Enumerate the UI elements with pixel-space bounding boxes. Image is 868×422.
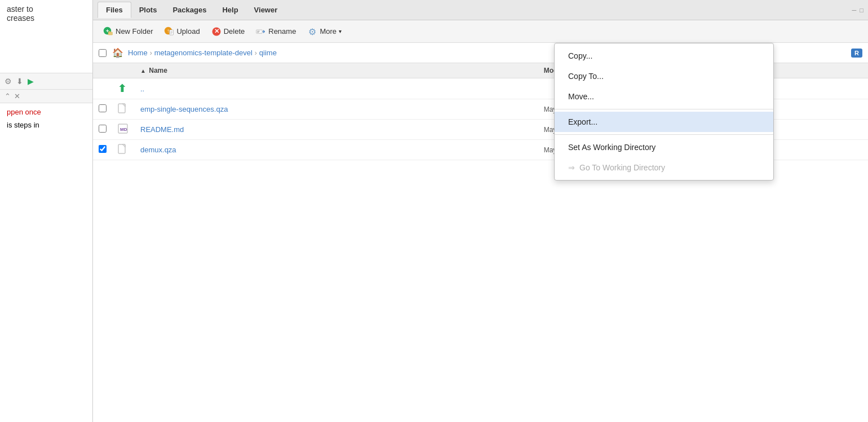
file-checkbox[interactable] (99, 145, 107, 153)
svg-rect-11 (256, 30, 263, 33)
new-folder-label: New Folder (116, 27, 153, 36)
row-checkbox-cell[interactable] (93, 140, 112, 160)
row-icon-cell: MD (112, 120, 135, 140)
row-name-cell[interactable]: README.md (135, 120, 538, 140)
chevron-down-icon: ▾ (339, 28, 342, 34)
md-file-icon: MD (118, 124, 129, 134)
menu-item-move[interactable]: Move... (555, 86, 773, 107)
more-label: More (320, 27, 336, 36)
left-bottom-toolbar: ⌃ ✕ (0, 90, 92, 103)
tab-packages[interactable]: Packages (165, 2, 214, 17)
r-badge: R (851, 49, 862, 58)
breadcrumb-home-link[interactable]: Home (128, 49, 148, 57)
main-panel: Files Plots Packages Help Viewer ─ □ + N… (93, 0, 868, 422)
menu-item-export[interactable]: Export... (555, 112, 773, 132)
arrow-icon: ⇒ (568, 163, 575, 172)
tab-right-icons: ─ □ (852, 7, 863, 14)
left-toolbar: ⚙ ⬇ ▶ (0, 73, 92, 90)
gear-icon[interactable]: ⚙ (5, 77, 12, 86)
row-name-cell[interactable]: emp-single-sequences.qza (135, 99, 538, 120)
tab-bar: Files Plots Packages Help Viewer ─ □ (93, 0, 868, 20)
svg-rect-2 (108, 32, 113, 34)
breadcrumb-path2-link[interactable]: qiime (259, 49, 277, 57)
col-checkbox-header (93, 63, 112, 78)
menu-item-copy[interactable]: Copy... (555, 46, 773, 66)
left-text-1: aster to (7, 5, 86, 14)
home-icon: 🏠 (112, 47, 123, 58)
svg-text:MD: MD (120, 127, 127, 132)
down-arrow-icon[interactable]: ⬇ (16, 77, 23, 86)
delete-button[interactable]: ✕ Delete (207, 24, 250, 39)
tab-help[interactable]: Help (214, 2, 246, 17)
new-folder-button[interactable]: + New Folder (99, 24, 157, 39)
more-button[interactable]: ⚙ More ▾ (303, 24, 346, 39)
row-checkbox-cell (93, 78, 112, 99)
file-checkbox[interactable] (99, 104, 107, 112)
tab-viewer[interactable]: Viewer (246, 2, 286, 17)
delete-icon: ✕ (211, 27, 222, 37)
toolbar: + New Folder ↑ Upload ✕ Delete (93, 20, 868, 43)
row-name-cell[interactable]: demux.qza (135, 140, 538, 160)
rename-button[interactable]: Rename (251, 24, 300, 39)
left-text-3: is steps in (7, 121, 86, 129)
row-icon-cell: ⬆ (112, 78, 135, 99)
more-dropdown-menu: Copy... Copy To... Move... Export... Set… (554, 43, 774, 181)
upload-icon: ↑ (164, 27, 174, 37)
upload-label: Upload (176, 27, 200, 36)
dropdown-divider-2 (555, 134, 773, 135)
svg-text:↑: ↑ (167, 27, 170, 33)
parent-dir-icon: ⬆ (118, 83, 126, 94)
sort-arrow-icon: ▲ (140, 68, 146, 74)
left-top-text: aster to creases (0, 0, 92, 73)
file-icon (118, 103, 127, 113)
left-bottom-text: ppen once is steps in (0, 103, 92, 412)
upload-button[interactable]: ↑ Upload (160, 24, 204, 39)
row-icon-cell (112, 140, 135, 160)
delete-label: Delete (224, 27, 245, 36)
file-checkbox[interactable] (99, 125, 107, 133)
file-name-link[interactable]: .. (140, 85, 144, 93)
select-all-checkbox[interactable] (99, 49, 107, 57)
gear-more-icon: ⚙ (307, 27, 317, 37)
new-folder-icon: + (103, 27, 113, 37)
menu-item-set-working-dir[interactable]: Set As Working Directory (555, 137, 773, 157)
tab-plots[interactable]: Plots (131, 2, 165, 17)
breadcrumb-sep-2: › (255, 49, 257, 57)
row-checkbox-cell[interactable] (93, 99, 112, 120)
play-icon[interactable]: ▶ (28, 77, 34, 86)
minimize-icon[interactable]: ─ (852, 7, 857, 14)
col-icon-header (112, 63, 135, 78)
close-icon[interactable]: ✕ (14, 92, 20, 100)
file-icon (118, 144, 127, 154)
tab-files[interactable]: Files (98, 2, 131, 18)
file-name-link[interactable]: README.md (140, 125, 184, 134)
breadcrumb-sep-1: › (150, 49, 152, 57)
row-name-cell[interactable]: .. (135, 78, 538, 99)
left-panel: aster to creases ⚙ ⬇ ▶ ⌃ ✕ ppen once is … (0, 0, 93, 422)
menu-item-go-working-dir[interactable]: ⇒ Go To Working Directory (555, 157, 773, 178)
rename-label: Rename (268, 27, 296, 36)
left-red-text-1: ppen once (7, 108, 86, 116)
maximize-icon[interactable]: □ (860, 7, 863, 14)
go-working-dir-label: Go To Working Directory (579, 163, 665, 172)
file-name-link[interactable]: demux.qza (140, 146, 176, 154)
breadcrumb-path1-link[interactable]: metagenomics-template-devel (154, 49, 253, 57)
rename-icon (256, 27, 266, 37)
col-name-header[interactable]: ▲ Name (135, 63, 538, 78)
file-name-link[interactable]: emp-single-sequences.qza (140, 105, 228, 113)
left-text-2: creases (7, 14, 86, 23)
svg-text:✕: ✕ (214, 28, 219, 34)
row-icon-cell (112, 99, 135, 120)
dropdown-divider-1 (555, 109, 773, 109)
up-icon[interactable]: ⌃ (5, 92, 11, 100)
menu-item-copy-to[interactable]: Copy To... (555, 66, 773, 86)
row-checkbox-cell[interactable] (93, 120, 112, 140)
